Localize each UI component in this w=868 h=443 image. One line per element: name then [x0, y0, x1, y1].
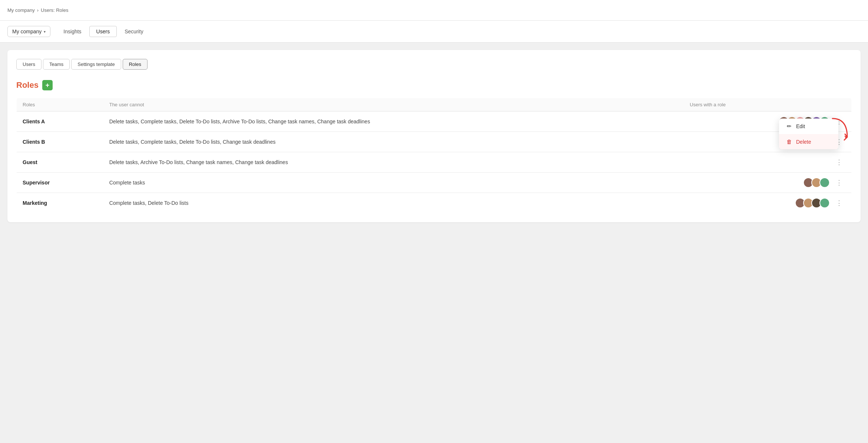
col-header-users: Users with a role [684, 98, 851, 111]
role-users-guest: ⋮ [684, 152, 851, 173]
role-users-marketing: ⋮ [684, 193, 851, 213]
add-role-button[interactable]: + [42, 80, 53, 90]
edit-icon: ✏ [786, 123, 792, 130]
roles-table: Roles The user cannot Users with a role … [16, 98, 852, 213]
tab-security[interactable]: Security [117, 26, 150, 37]
tab-insights[interactable]: Insights [56, 26, 88, 37]
table-header-row: Roles The user cannot Users with a role [17, 98, 852, 111]
table-row: Clients A Delete tasks, Complete tasks, … [17, 111, 852, 132]
role-restrictions-guest: Delete tasks, Archive To-Do lists, Chang… [103, 152, 684, 173]
context-menu-edit-label: Edit [796, 123, 805, 129]
users-actions-supervisor: ⋮ [690, 177, 845, 188]
header-row: My company ▾ Insights Users Security [0, 21, 868, 43]
table-row: Clients B Delete tasks, Complete tasks, … [17, 132, 852, 152]
company-selector[interactable]: My company ▾ [7, 26, 50, 37]
role-name-clients-a: Clients A [17, 111, 103, 132]
role-name-guest: Guest [17, 152, 103, 173]
section-header: Roles + [16, 80, 852, 90]
avatar-group-marketing [795, 198, 830, 208]
avatar-group-supervisor [803, 177, 830, 188]
more-options-button-marketing[interactable]: ⋮ [833, 197, 845, 209]
role-restrictions-supervisor: Complete tasks [103, 173, 684, 193]
main-content: Users Teams Settings template Roles Role… [0, 43, 868, 230]
breadcrumb: My company › Users: Roles [7, 7, 861, 13]
role-name-clients-b: Clients B [17, 132, 103, 152]
sub-tab-roles[interactable]: Roles [123, 59, 148, 70]
content-card: Users Teams Settings template Roles Role… [7, 50, 861, 222]
table-row: Guest Delete tasks, Archive To-Do lists,… [17, 152, 852, 173]
sub-tabs: Users Teams Settings template Roles [16, 59, 852, 70]
context-menu: ✏ Edit 🗑 Delete [779, 119, 838, 149]
sub-tab-users[interactable]: Users [16, 59, 42, 70]
sub-tab-teams[interactable]: Teams [43, 59, 70, 70]
more-options-button-supervisor[interactable]: ⋮ [833, 177, 845, 188]
role-name-supervisor: Supervisor [17, 173, 103, 193]
role-restrictions-clients-a: Delete tasks, Complete tasks, Delete To-… [103, 111, 684, 132]
tab-users[interactable]: Users [89, 26, 117, 37]
role-name-marketing: Marketing [17, 193, 103, 213]
context-menu-delete-label: Delete [796, 139, 811, 145]
users-actions-marketing: ⋮ [690, 197, 845, 209]
sub-tab-settings-template[interactable]: Settings template [71, 59, 121, 70]
col-header-roles: Roles [17, 98, 103, 111]
avatar [819, 198, 830, 208]
section-title: Roles [16, 80, 39, 90]
avatar [819, 177, 830, 188]
col-header-cannot: The user cannot [103, 98, 684, 111]
company-selector-label: My company [12, 29, 42, 34]
trash-icon: 🗑 [786, 139, 792, 145]
context-menu-edit[interactable]: ✏ Edit [779, 119, 838, 134]
role-restrictions-marketing: Complete tasks, Delete To-Do lists [103, 193, 684, 213]
breadcrumb-company[interactable]: My company [7, 7, 35, 13]
top-bar: My company › Users: Roles [0, 0, 868, 21]
breadcrumb-page: Users: Roles [41, 7, 68, 13]
context-menu-delete[interactable]: 🗑 Delete [779, 134, 838, 149]
users-actions-guest: ⋮ [690, 157, 845, 168]
role-restrictions-clients-b: Delete tasks, Complete tasks, Delete To-… [103, 132, 684, 152]
table-row: Marketing Complete tasks, Delete To-Do l… [17, 193, 852, 213]
table-row: Supervisor Complete tasks ⋮ [17, 173, 852, 193]
chevron-down-icon: ▾ [44, 30, 46, 34]
nav-tabs: Insights Users Security [56, 26, 150, 37]
role-users-supervisor: ⋮ [684, 173, 851, 193]
more-options-button-guest[interactable]: ⋮ [833, 157, 845, 168]
breadcrumb-separator: › [37, 7, 39, 13]
